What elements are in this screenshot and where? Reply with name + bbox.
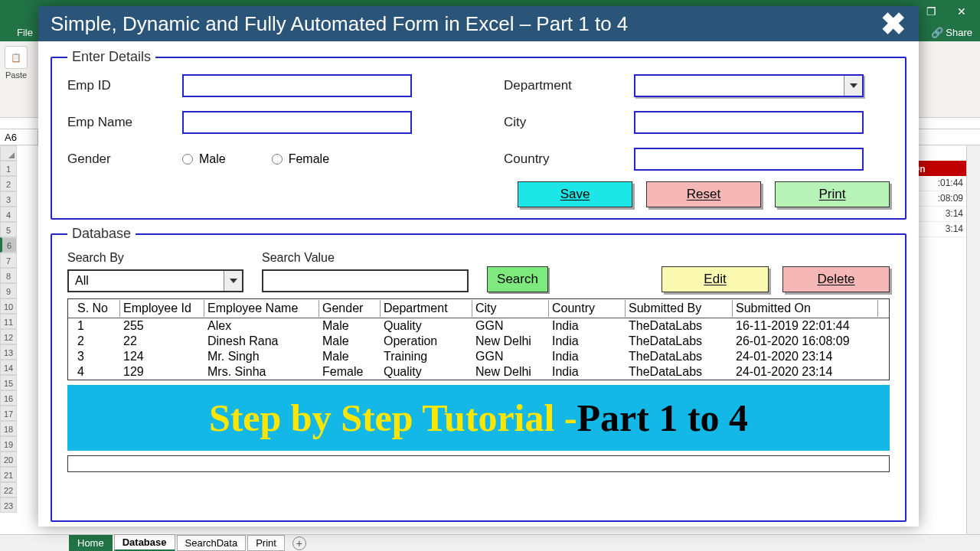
close-icon[interactable]: ✖ (880, 8, 906, 39)
window-close[interactable]: ✕ (946, 0, 977, 23)
country-label: Country (504, 152, 634, 167)
records-listview[interactable]: S. NoEmployee IdEmployee NameGenderDepar… (67, 298, 890, 380)
search-button[interactable]: Search (487, 266, 548, 292)
column-header[interactable]: Submitted By (626, 300, 733, 317)
table-cell: Male (319, 319, 381, 333)
country-input[interactable] (634, 148, 864, 171)
sheet-database[interactable]: Database (114, 534, 175, 551)
city-input[interactable] (634, 111, 864, 134)
table-cell: TheDataLabs (626, 334, 733, 348)
emp-name-label: Emp Name (67, 115, 182, 130)
column-header[interactable]: Department (381, 300, 472, 317)
table-cell: India (549, 319, 626, 333)
table-cell: 124 (120, 350, 204, 364)
table-cell: Training (381, 350, 472, 364)
female-radio[interactable]: Female (272, 152, 329, 166)
column-header[interactable]: City (472, 300, 549, 317)
table-row[interactable]: 1255AlexMaleQualityGGNIndiaTheDataLabs16… (68, 318, 889, 334)
add-sheet-button[interactable]: + (292, 536, 306, 550)
table-cell: 16-11-2019 22:01:44 (733, 319, 878, 333)
vertical-scrollbar[interactable] (966, 145, 980, 534)
table-cell: New Delhi (472, 365, 549, 379)
sheet-home[interactable]: Home (69, 535, 113, 551)
column-header[interactable]: Employee Id (120, 300, 204, 317)
department-combo[interactable] (634, 74, 864, 97)
table-cell: India (549, 365, 626, 379)
search-by-combo[interactable]: All (67, 269, 243, 292)
row-header[interactable]: 11 (0, 314, 17, 329)
table-cell: 1 (74, 319, 120, 333)
row-header[interactable]: 1 (0, 161, 17, 176)
name-box[interactable]: A6 (0, 130, 38, 145)
table-cell: Quality (381, 365, 472, 379)
table-cell: Mrs. Sinha (204, 365, 319, 379)
row-header[interactable]: 13 (0, 344, 17, 360)
row-header[interactable]: 3 (0, 191, 17, 207)
enter-details-frame: Enter Details Emp ID Department Emp Name… (51, 49, 906, 220)
table-cell: 24-01-2020 23:14 (733, 365, 878, 379)
row-header[interactable]: 19 (0, 436, 17, 452)
row-header[interactable]: 14 (0, 360, 17, 375)
row-header[interactable]: 20 (0, 452, 17, 467)
banner-text-1: Step by Step Tutorial - (209, 396, 577, 440)
emp-name-input[interactable] (182, 111, 412, 134)
row-header[interactable]: 22 (0, 482, 17, 497)
column-header[interactable]: Submitted On (733, 300, 878, 317)
delete-button[interactable]: Delete (782, 266, 890, 292)
table-cell: 2 (74, 334, 120, 348)
table-cell: Alex (204, 319, 319, 333)
share-button[interactable]: 🔗 Share (923, 24, 980, 41)
male-label: Male (199, 152, 226, 166)
database-legend: Database (67, 226, 136, 242)
row-header[interactable]: 5 (0, 222, 17, 237)
female-label: Female (289, 152, 329, 166)
row-header[interactable]: 21 (0, 467, 17, 482)
row-header[interactable]: 23 (0, 497, 17, 513)
column-header[interactable]: Gender (319, 300, 381, 317)
row-header[interactable]: 6 (0, 237, 17, 253)
select-all-corner[interactable] (0, 145, 17, 161)
table-cell: TheDataLabs (626, 350, 733, 364)
ribbon-file-tab[interactable]: File (9, 24, 41, 41)
column-header[interactable]: Employee Name (204, 300, 319, 317)
table-row[interactable]: 222Dinesh RanaMaleOperationNew DelhiIndi… (68, 334, 889, 349)
row-header[interactable]: 18 (0, 421, 17, 436)
row-header[interactable]: 9 (0, 283, 17, 298)
row-header[interactable]: 8 (0, 268, 17, 283)
window-restore[interactable]: ❐ (916, 0, 946, 23)
row-header[interactable]: 12 (0, 329, 17, 344)
table-row[interactable]: 4129Mrs. SinhaFemaleQualityNew DelhiIndi… (68, 364, 889, 380)
row-header[interactable]: 17 (0, 406, 17, 421)
city-label: City (504, 115, 634, 130)
table-cell: 24-01-2020 23:14 (733, 350, 878, 364)
table-cell: New Delhi (472, 334, 549, 348)
share-label: Share (946, 27, 972, 38)
edit-button[interactable]: Edit (662, 266, 769, 292)
row-header[interactable]: 2 (0, 176, 17, 191)
table-cell: Male (319, 350, 381, 364)
sheet-print[interactable]: Print (247, 535, 285, 551)
sheet-searchdata[interactable]: SearchData (177, 535, 247, 551)
table-cell: TheDataLabs (626, 365, 733, 379)
dialog-title: Simple, Dynamic and Fully Automated Form… (51, 12, 880, 36)
table-cell: 22 (120, 334, 204, 348)
row-header[interactable]: 7 (0, 253, 17, 268)
column-header[interactable]: Country (549, 300, 626, 317)
search-value-input[interactable] (262, 269, 469, 292)
chevron-down-icon (224, 271, 242, 291)
print-button[interactable]: Print (775, 181, 890, 207)
paste-button[interactable]: 📋 Paste (5, 46, 28, 80)
emp-id-input[interactable] (182, 74, 412, 97)
enter-details-legend: Enter Details (67, 49, 155, 65)
column-header[interactable]: S. No (74, 300, 120, 317)
table-row[interactable]: 3124Mr. SinghMaleTrainingGGNIndiaTheData… (68, 349, 889, 364)
save-button[interactable]: Save (518, 181, 632, 207)
search-by-value: All (75, 274, 89, 288)
search-value-label: Search Value (262, 251, 469, 265)
male-radio[interactable]: Male (182, 152, 226, 166)
row-header[interactable]: 15 (0, 375, 17, 390)
row-header[interactable]: 16 (0, 390, 17, 406)
row-header[interactable]: 4 (0, 207, 17, 222)
row-header[interactable]: 10 (0, 298, 17, 314)
reset-button[interactable]: Reset (646, 181, 761, 207)
